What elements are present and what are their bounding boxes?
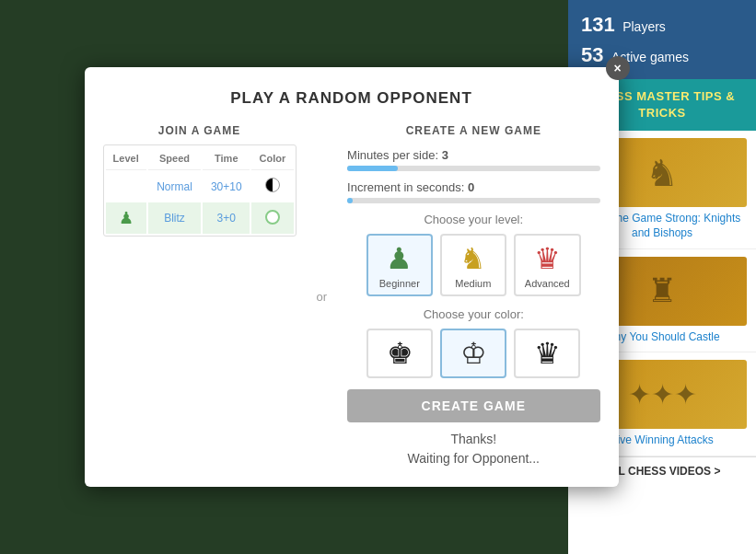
advanced-piece-icon: ♛	[525, 241, 570, 276]
increment-value: 0	[468, 180, 474, 194]
minutes-setting: Minutes per side: 3	[347, 148, 599, 171]
thanks-line: Thanks!	[347, 430, 599, 449]
create-game-button[interactable]: CREATE GAME	[347, 389, 599, 422]
blitz-icon: ♟	[106, 202, 146, 234]
modal-title: PLAY A RANDOM OPPONENT	[103, 89, 600, 108]
join-panel: JOIN A GAME Level Speed Time Color Norma…	[103, 124, 297, 468]
or-divider: or	[311, 124, 333, 468]
modal-body: JOIN A GAME Level Speed Time Color Norma…	[103, 124, 600, 468]
col-level: Level	[106, 147, 146, 170]
level-medium[interactable]: ♞ Medium	[440, 234, 506, 296]
blitz-speed: Blitz	[148, 202, 201, 234]
castle-icon: ♜	[647, 271, 677, 310]
minutes-slider[interactable]	[347, 166, 599, 171]
modal: × PLAY A RANDOM OPPONENT JOIN A GAME Lev…	[85, 67, 619, 487]
level-beginner[interactable]: ♟ Beginner	[366, 234, 433, 296]
increment-setting: Increment in seconds: 0	[347, 180, 599, 203]
color-black-king[interactable]: ♚	[366, 329, 433, 378]
create-heading: CREATE A NEW GAME	[347, 124, 599, 137]
games-table: Level Speed Time Color Normal 30+10 ♟	[103, 144, 297, 237]
join-heading: JOIN A GAME	[103, 124, 297, 137]
black-king-icon: ♚	[387, 337, 413, 370]
or-label: or	[317, 290, 328, 304]
level-section-label: Choose your level:	[347, 213, 599, 226]
waiting-line: Waiting for Opponent...	[347, 449, 599, 468]
increment-label: Increment in seconds: 0	[347, 180, 599, 194]
blitz-time: 3+0	[203, 202, 250, 234]
minutes-value: 3	[442, 148, 448, 162]
minutes-slider-fill	[347, 166, 398, 171]
normal-color	[251, 172, 293, 201]
col-time: Time	[203, 147, 250, 170]
beginner-piece-icon: ♟	[378, 241, 422, 276]
medium-label: Medium	[451, 278, 495, 289]
normal-speed: Normal	[148, 172, 201, 201]
increment-slider-fill	[347, 198, 352, 203]
level-options: ♟ Beginner ♞ Medium ♛ Advanced	[347, 234, 599, 296]
level-section: Choose your level: ♟ Beginner ♞ Medium ♛…	[347, 213, 599, 296]
white-king-icon: ♔	[460, 337, 487, 370]
star-icon: ✦✦✦	[628, 378, 697, 410]
table-row[interactable]: ♟ Blitz 3+0	[106, 202, 294, 234]
active-count: 53	[581, 43, 603, 66]
normal-time: 30+10	[203, 172, 250, 201]
waiting-text: Thanks! Waiting for Opponent...	[347, 430, 599, 468]
players-count: 131	[581, 13, 615, 36]
col-color: Color	[251, 147, 293, 170]
color-section: Choose your color: ♚ ♔ ♛	[347, 307, 599, 378]
create-panel: CREATE A NEW GAME Minutes per side: 3 In…	[347, 124, 599, 468]
advanced-label: Advanced	[525, 278, 570, 289]
minutes-label: Minutes per side: 3	[347, 148, 599, 162]
close-button[interactable]: ×	[606, 56, 630, 80]
color-section-label: Choose your color:	[347, 307, 599, 321]
players-label: Players	[622, 19, 666, 34]
level-advanced[interactable]: ♛ Advanced	[514, 234, 581, 296]
table-row[interactable]: Normal 30+10	[106, 172, 294, 201]
beginner-label: Beginner	[378, 278, 422, 289]
medium-piece-icon: ♞	[451, 241, 495, 276]
increment-slider[interactable]	[347, 198, 599, 203]
color-crown[interactable]: ♛	[514, 329, 580, 378]
col-speed: Speed	[148, 147, 201, 170]
knight-icon: ♞	[646, 152, 679, 194]
crown-icon: ♛	[534, 337, 561, 370]
color-white-king[interactable]: ♔	[440, 329, 506, 378]
normal-level	[106, 172, 146, 201]
color-options: ♚ ♔ ♛	[347, 329, 599, 378]
blitz-color	[251, 202, 293, 234]
